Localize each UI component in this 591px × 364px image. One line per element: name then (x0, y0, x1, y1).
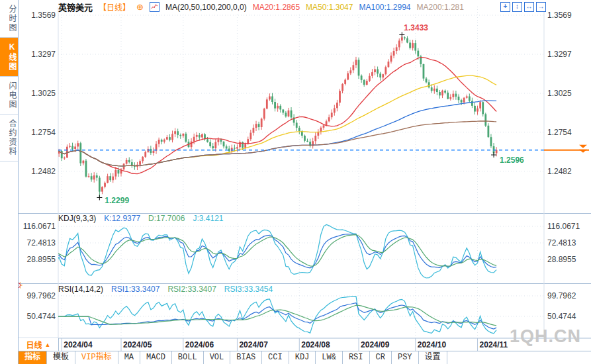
svg-text:116.0671: 116.0671 (547, 222, 580, 231)
tab-ma[interactable]: MA (118, 351, 140, 364)
svg-text:28.8955: 28.8955 (27, 255, 56, 264)
tab-psy[interactable]: PSY (392, 351, 419, 364)
ma20-readout: MA20:1.2865 (253, 3, 300, 12)
tab-bias[interactable]: BIAS (230, 351, 262, 364)
tab-macd[interactable]: MACD (140, 351, 172, 364)
svg-text:2024/08: 2024/08 (301, 340, 330, 349)
ma100-readout: MA100:1.2994 (359, 3, 410, 12)
rsi1-readout: RSI1:33.3407 (111, 285, 159, 294)
period-tag: 【日线】 (99, 1, 130, 13)
zoom-vertical-icon[interactable]: ↕ (512, 2, 522, 12)
period-selector-label: 日线 (26, 339, 42, 350)
bottom-toolbar: 指标模板VIP指标MAMACDBOLLVOLBIASCCIKDJLW&RSICR… (19, 351, 591, 364)
tab-vip-indicators[interactable]: VIP指标 (75, 351, 118, 364)
tab-boll[interactable]: BOLL (172, 351, 204, 364)
left-sidebar: 分时图K线图闪电图合约资料 (0, 0, 19, 364)
rsi-header: RSI(14,14,2) RSI1:33.3407 RSI2:33.3407 R… (58, 285, 273, 294)
sidebar-item-time-share-chart[interactable]: 分时图 (0, 0, 18, 38)
svg-text:72.4813: 72.4813 (547, 238, 576, 248)
svg-text:2024/04: 2024/04 (64, 340, 93, 349)
chart-header: 英镑美元 【日线】 ⊕ MA(20,50,100,200,0,0) MA20:1… (58, 1, 467, 13)
zoom-horizontal-icon[interactable]: ↔ (524, 2, 534, 12)
svg-text:50.4744: 50.4744 (547, 312, 576, 321)
kdj-header: KDJ(9,3,3) K:12.9377 D:17.7006 J:3.4121 (58, 214, 224, 223)
header-icons: +↕↔→ (500, 2, 546, 12)
svg-text:2024/06: 2024/06 (185, 340, 214, 349)
add-indicator-icon[interactable]: ⊕ (136, 2, 144, 12)
svg-text:2024/10: 2024/10 (418, 340, 447, 349)
svg-text:1.3025: 1.3025 (547, 89, 572, 98)
tab-cr[interactable]: CR (370, 351, 392, 364)
tab-lwr[interactable]: LW& (316, 351, 343, 364)
svg-text:50.4744: 50.4744 (27, 312, 56, 321)
tab-rsi[interactable]: RSI (343, 351, 370, 364)
svg-text:1.2754: 1.2754 (547, 128, 572, 137)
ma50-readout: MA50:1.3047 (306, 3, 353, 12)
svg-text:1.3297: 1.3297 (31, 50, 56, 59)
kline-mini-icon[interactable] (150, 2, 159, 12)
ma200-readout: MA200:1.281 (417, 3, 464, 12)
symbol-title: 英镑美元 (58, 1, 93, 13)
rsi2-readout: RSI2:33.3407 (167, 285, 216, 294)
tab-cci[interactable]: CCI (262, 351, 289, 364)
svg-text:1.3025: 1.3025 (31, 89, 56, 98)
tab-settings[interactable]: 设置 (419, 351, 447, 364)
tab-vol[interactable]: VOL (204, 351, 231, 364)
svg-text:1.2754: 1.2754 (31, 128, 56, 137)
chart-canvas[interactable]: 1.35691.35691.32971.32971.30251.30251.27… (0, 0, 591, 364)
triangle-up-icon: ▲ (45, 341, 51, 348)
svg-text:116.0671: 116.0671 (23, 222, 56, 231)
trading-terminal-window: 1.35691.35691.32971.32971.30251.30251.27… (0, 0, 591, 364)
tab-kdj[interactable]: KDJ (289, 351, 316, 364)
sidebar-item-kline-chart[interactable]: K线图 (0, 38, 18, 77)
svg-text:28.8955: 28.8955 (547, 255, 576, 264)
svg-text:2024/09: 2024/09 (361, 340, 390, 349)
sidebar-item-lightning-chart[interactable]: 闪电图 (0, 77, 18, 114)
svg-text:1.3569: 1.3569 (31, 11, 56, 20)
svg-text:2024/07: 2024/07 (239, 340, 268, 349)
kdj-k-readout: K:12.9377 (104, 214, 140, 223)
period-selector[interactable]: 日线 ▲ (19, 338, 59, 351)
pan-right-icon[interactable]: → (536, 2, 546, 12)
rsi-params-label: RSI(14,14,2) (58, 285, 103, 294)
svg-text:1.2482: 1.2482 (547, 167, 572, 176)
kdj-params-label: KDJ(9,3,3) (58, 214, 96, 223)
svg-text:1.3569: 1.3569 (547, 11, 572, 20)
svg-text:72.4813: 72.4813 (27, 238, 56, 248)
sidebar-item-contract-info[interactable]: 合约资料 (0, 114, 18, 161)
svg-text:1.2482: 1.2482 (31, 167, 56, 176)
svg-text:99.7962: 99.7962 (27, 291, 56, 300)
kdj-j-readout: J:3.4121 (193, 214, 223, 223)
svg-text:99.7962: 99.7962 (547, 291, 576, 300)
svg-text:2024/05: 2024/05 (123, 340, 152, 349)
kdj-d-readout: D:17.7006 (148, 214, 185, 223)
svg-text:1.3297: 1.3297 (547, 50, 572, 59)
ma-params-label: MA(20,50,100,200,0,0) (165, 3, 247, 12)
svg-text:2024/11: 2024/11 (480, 340, 508, 349)
crosshair-icon[interactable]: + (500, 2, 510, 12)
rsi3-readout: RSI3:33.3454 (224, 285, 273, 294)
tab-indicators[interactable]: 指标 (19, 351, 47, 364)
tab-templates[interactable]: 模板 (47, 351, 75, 364)
